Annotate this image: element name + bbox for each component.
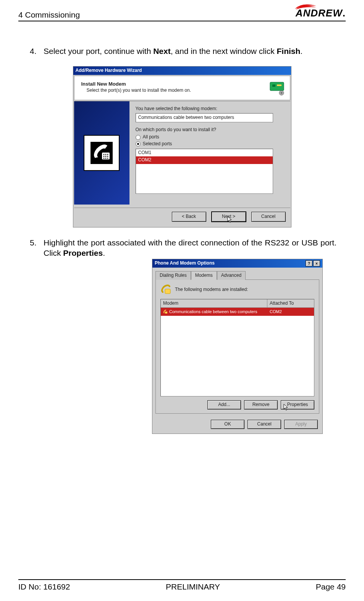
svg-point-9 [104, 156, 105, 157]
svg-rect-2 [277, 84, 281, 86]
properties-button[interactable]: Properties [281, 400, 314, 409]
dialog-title: Phone And Modem Options [155, 260, 215, 266]
table-row[interactable]: Communications cable between two compute… [161, 308, 314, 315]
svg-rect-1 [272, 84, 275, 87]
svg-point-14 [107, 158, 108, 159]
list-item[interactable]: COM1 [136, 149, 273, 157]
ports-listbox[interactable]: COM1 COM2 [136, 149, 273, 194]
svg-rect-15 [165, 289, 170, 294]
svg-point-11 [107, 156, 108, 157]
add-button[interactable]: Add... [207, 400, 241, 409]
svg-point-8 [107, 154, 108, 155]
hardware-icon [269, 79, 285, 96]
svg-rect-0 [270, 82, 284, 91]
remove-button[interactable]: Remove [244, 400, 278, 409]
tab-dialing-rules[interactable]: Dialing Rules [155, 271, 191, 280]
help-button[interactable]: ? [306, 260, 312, 266]
next-button[interactable]: Next > [212, 212, 246, 222]
back-button[interactable]: < Back [172, 212, 206, 222]
footer-id: ID No: 161692 [18, 582, 70, 592]
modems-table: Modem Attached To Communications cable b… [160, 299, 314, 396]
cancel-button[interactable]: Cancel [251, 212, 286, 222]
svg-point-6 [104, 154, 105, 155]
svg-point-13 [105, 158, 107, 159]
wizard-dialog: Add/Remove Hardware Wizard Install New M… [73, 66, 291, 227]
footer-status: PRELIMINARY [166, 582, 220, 592]
cursor-icon [283, 404, 290, 411]
section-title: 4 Commissioning [18, 10, 80, 20]
tab-advanced[interactable]: Advanced [217, 271, 246, 280]
svg-rect-16 [165, 312, 167, 313]
phone-icon [84, 135, 120, 171]
cancel-button[interactable]: Cancel [248, 420, 281, 429]
svg-point-7 [105, 154, 107, 155]
col-modem[interactable]: Modem [161, 299, 267, 308]
phone-modem-dialog: Phone And Modem Options ? × Dialing Rule… [152, 259, 323, 434]
tab-modems[interactable]: Modems [191, 271, 217, 280]
dialog-title: Add/Remove Hardware Wizard [73, 67, 291, 75]
close-button[interactable]: × [313, 260, 320, 266]
radio-selected-ports[interactable]: Selected ports [136, 141, 285, 147]
list-item[interactable]: COM2 [136, 156, 273, 164]
modems-caption: The following modems are installed: [175, 287, 248, 293]
step-number: 4. [30, 46, 40, 56]
selected-modem-label: You have selected the following modem: [136, 106, 285, 112]
ports-question-label: On which ports do you want to install it… [136, 127, 285, 133]
modem-row-icon [163, 310, 168, 314]
svg-point-12 [104, 158, 105, 159]
step-text: Highlight the port associated with the d… [44, 237, 336, 258]
radio-all-ports[interactable]: All ports [136, 134, 285, 140]
modem-icon [160, 284, 171, 295]
step-number: 5. [30, 237, 40, 258]
wizard-heading: Install New Modem [81, 81, 191, 88]
apply-button[interactable]: Apply [284, 420, 318, 429]
wizard-subheading: Select the port(s) you want to install t… [87, 88, 191, 94]
swoosh-icon [294, 1, 317, 8]
cursor-icon [227, 216, 233, 224]
brand-logo: ANDREW. [296, 7, 346, 20]
ok-button[interactable]: OK [211, 420, 244, 429]
step-text: Select your port, continue with Next, an… [44, 46, 336, 56]
svg-point-10 [105, 156, 107, 157]
footer-page: Page 49 [316, 582, 346, 592]
wizard-sidebar [74, 101, 129, 205]
selected-modem-field: Communications cable between two compute… [136, 113, 273, 122]
col-attached[interactable]: Attached To [267, 299, 314, 308]
